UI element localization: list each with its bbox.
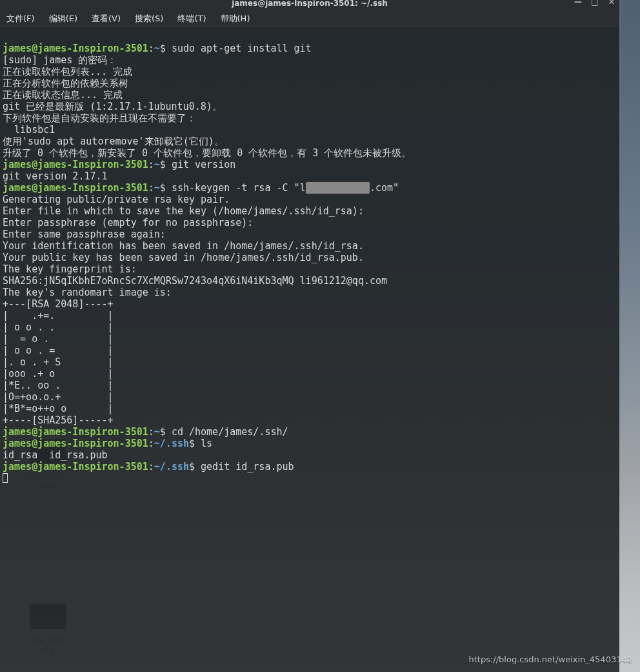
terminal-cursor	[3, 473, 8, 483]
randomart-line: +----[SHA256]-----+	[3, 414, 114, 426]
titlebar[interactable]: james@james-Inspiron-3501: ~/.ssh — □ ✕	[0, 0, 619, 9]
terminal-window: james@james-Inspiron-3501: ~/.ssh — □ ✕ …	[0, 0, 619, 672]
command-text: cd /home/james/.ssh/	[166, 426, 288, 438]
menu-search[interactable]: 搜索(S)	[132, 12, 166, 26]
prompt-userhost: james@james-Inspiron-3501	[3, 426, 148, 438]
command-text: gedit id_rsa.pub	[195, 461, 294, 473]
prompt-userhost: james@james-Inspiron-3501	[3, 159, 148, 170]
window-controls: — □ ✕	[573, 0, 617, 6]
menu-file[interactable]: 文件(F)	[4, 12, 37, 26]
output-line: git version 2.17.1	[3, 170, 108, 182]
prompt-userhost: james@james-Inspiron-3501	[3, 182, 148, 194]
prompt-symbol: $	[160, 43, 166, 54]
output-line: 升级了 0 个软件包，新安装了 0 个软件包，要卸载 0 个软件包，有 3 个软…	[3, 147, 411, 159]
randomart-line: | o o . . |	[3, 321, 114, 333]
output-line: git 已经是最新版 (1:2.17.1-1ubuntu0.8)。	[3, 101, 222, 112]
desktop-sidebar	[621, 0, 640, 672]
prompt-symbol: $	[160, 426, 166, 438]
output-line: 正在读取软件包列表... 完成	[3, 66, 132, 77]
minimize-button[interactable]: —	[573, 0, 583, 6]
output-line: 正在分析软件包的依赖关系树	[3, 77, 128, 89]
output-line: 使用'sudo apt autoremove'来卸载它(它们)。	[3, 136, 224, 147]
randomart-line: | .+=. |	[3, 310, 114, 321]
randomart-line: |. o . + S |	[3, 356, 114, 368]
menubar: 文件(F) 编辑(E) 查看(V) 搜索(S) 终端(T) 帮助(H)	[0, 9, 619, 28]
output-line: 下列软件包是自动安装的并且现在不需要了：	[3, 112, 196, 124]
prompt-symbol: $	[160, 159, 166, 170]
command-text: sudo apt-get install git	[166, 43, 312, 54]
prompt-sep: :	[148, 461, 154, 473]
prompt-path: ~/.ssh	[154, 461, 189, 473]
prompt-sep: :	[148, 182, 154, 194]
maximize-button[interactable]: □	[590, 0, 600, 6]
randomart-line: |*E.. oo . |	[3, 380, 114, 391]
output-line: Enter passphrase (empty for no passphras…	[3, 217, 253, 229]
output-line: The key fingerprint is:	[3, 263, 137, 275]
redacted-email: xxxxxxxxxxx	[306, 182, 370, 194]
output-line: [sudo] james 的密码：	[3, 54, 117, 66]
randomart-line: |O=+oo.o.+ |	[3, 391, 114, 403]
output-line: Your identification has been saved in /h…	[3, 240, 364, 252]
close-button[interactable]: ✕	[606, 0, 617, 6]
prompt-sep: :	[148, 426, 154, 438]
prompt-userhost: james@james-Inspiron-3501	[3, 461, 148, 473]
prompt-symbol: $	[189, 461, 195, 473]
command-text: git version	[166, 159, 235, 170]
output-line: Enter same passphrase again:	[3, 229, 166, 240]
randomart-line: |*B*=o++o o |	[3, 403, 114, 414]
prompt-userhost: james@james-Inspiron-3501	[3, 43, 148, 54]
window-title: james@james-Inspiron-3501: ~/.ssh	[232, 0, 388, 8]
randomart-line: | = o . |	[3, 333, 114, 345]
prompt-path: ~	[154, 426, 160, 438]
output-line: Generating public/private rsa key pair.	[3, 194, 230, 205]
prompt-userhost: james@james-Inspiron-3501	[3, 438, 148, 449]
prompt-sep: :	[148, 43, 154, 54]
command-text: ls	[195, 438, 212, 449]
menu-help[interactable]: 帮助(H)	[218, 12, 253, 26]
terminal-output: james@james-Inspiron-3501:~$ sudo apt-ge…	[3, 31, 617, 496]
prompt-sep: :	[148, 438, 154, 449]
prompt-symbol: $	[189, 438, 195, 449]
prompt-path: ~	[154, 159, 160, 170]
output-line: The key's randomart image is:	[3, 287, 172, 298]
output-line: SHA256:jN5qIKbhE7oRncSc7XcMQRSw7243o4qX6…	[3, 275, 387, 287]
output-line: id_rsa id_rsa.pub	[3, 449, 108, 461]
command-text: ssh-keygen -t rsa -C "l	[166, 182, 306, 194]
output-line: libsbc1	[3, 124, 55, 136]
prompt-symbol: $	[160, 182, 166, 194]
prompt-path: ~	[154, 182, 160, 194]
randomart-line: +---[RSA 2048]----+	[3, 298, 114, 310]
output-line: 正在读取状态信息... 完成	[3, 89, 123, 101]
prompt-path: ~	[154, 43, 160, 54]
randomart-line: | o o . = |	[3, 345, 114, 356]
prompt-path: ~/.ssh	[154, 438, 189, 449]
output-line: Your public key has been saved in /home/…	[3, 252, 364, 263]
randomart-line: |ooo .+ o |	[3, 368, 114, 380]
terminal-area[interactable]: james@james-Inspiron-3501:~$ sudo apt-ge…	[0, 28, 619, 672]
command-text: .com"	[370, 182, 399, 194]
menu-terminal[interactable]: 终端(T)	[175, 12, 208, 26]
output-line: Enter file in which to save the key (/ho…	[3, 205, 364, 217]
menu-view[interactable]: 查看(V)	[89, 12, 123, 26]
prompt-sep: :	[148, 159, 154, 170]
menu-edit[interactable]: 编辑(E)	[46, 12, 80, 26]
watermark: https://blog.csdn.net/weixin_45403142	[468, 655, 632, 664]
